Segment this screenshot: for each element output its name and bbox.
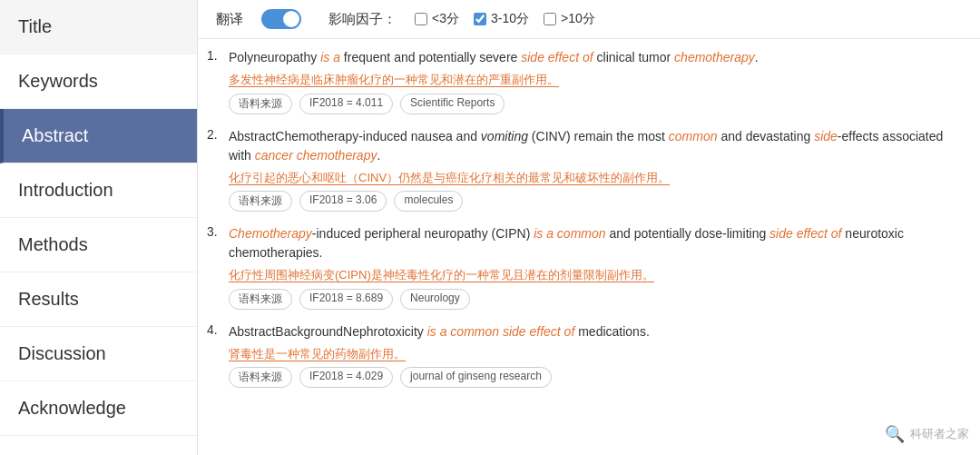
tag-2: Scientific Reports xyxy=(400,94,505,114)
main-content: 翻译 影响因子： <3分 3-10分 >10分 1.Polyneuropathy… xyxy=(198,0,980,455)
entry-en-3: 3.Chemotherapy-induced peripheral neurop… xyxy=(207,224,962,262)
sidebar-item-discussion[interactable]: Discussion xyxy=(0,327,197,381)
entry-tags-1: 语料来源IF2018 = 4.011Scientific Reports xyxy=(229,94,962,114)
entry-zh-4: 肾毒性是一种常见的药物副作用。 xyxy=(229,345,962,363)
entry-zh-2: 化疗引起的恶心和呕吐（CINV）仍然是与癌症化疗相关的最常见和破坏性的副作用。 xyxy=(229,169,962,187)
entry-4: 4.AbstractBackgroundNephrotoxicity is a … xyxy=(207,322,962,389)
tag-1: IF2018 = 8.689 xyxy=(299,289,393,310)
filter-lt3-checkbox[interactable] xyxy=(415,13,427,25)
filter-group: <3分 3-10分 >10分 xyxy=(415,11,595,27)
influence-label: 影响因子： xyxy=(328,11,397,28)
content-area: 1.Polyneuropathy is a frequent and poten… xyxy=(198,39,980,455)
entry-en-text: Polyneuropathy is a frequent and potenti… xyxy=(229,48,759,67)
tag-2: journal of ginseng research xyxy=(400,367,552,388)
entry-zh-1: 多发性神经病是临床肿瘤化疗的一种常见和潜在的严重副作用。 xyxy=(229,71,962,89)
entry-1: 1.Polyneuropathy is a frequent and poten… xyxy=(207,48,962,114)
filter-lt3-label: <3分 xyxy=(432,11,459,27)
entry-num-label: 1. xyxy=(207,48,223,63)
entry-num-label: 2. xyxy=(207,127,223,142)
entry-zh-3: 化疗性周围神经病变(CIPN)是神经毒性化疗的一种常见且潜在的剂量限制副作用。 xyxy=(229,266,962,284)
entry-num-label: 3. xyxy=(207,224,223,239)
tag-1: IF2018 = 4.011 xyxy=(299,94,393,114)
sidebar: TitleKeywordsAbstractIntroductionMethods… xyxy=(0,0,198,455)
tag-0: 语料来源 xyxy=(229,367,292,388)
entry-en-1: 1.Polyneuropathy is a frequent and poten… xyxy=(207,48,962,67)
entry-2: 2.AbstractChemotherapy-induced nausea an… xyxy=(207,127,962,213)
tag-2: molecules xyxy=(394,191,463,212)
entry-num-label: 4. xyxy=(207,322,223,337)
tag-0: 语料来源 xyxy=(229,191,292,212)
tag-0: 语料来源 xyxy=(229,289,292,310)
tag-0: 语料来源 xyxy=(229,94,292,114)
translate-toggle[interactable] xyxy=(261,9,301,29)
filter-gt10[interactable]: >10分 xyxy=(544,11,595,27)
sidebar-item-keywords[interactable]: Keywords xyxy=(0,54,197,109)
filter-lt3[interactable]: <3分 xyxy=(415,11,459,27)
entry-3: 3.Chemotherapy-induced peripheral neurop… xyxy=(207,224,962,310)
sidebar-item-title[interactable]: Title xyxy=(0,0,197,54)
filter-3-10-label: 3-10分 xyxy=(491,11,529,27)
entry-en-text: AbstractChemotherapy-induced nausea and … xyxy=(229,127,962,165)
filter-gt10-checkbox[interactable] xyxy=(544,13,556,25)
sidebar-item-abstract[interactable]: Abstract xyxy=(0,109,197,163)
tag-1: IF2018 = 3.06 xyxy=(299,191,387,212)
filter-3-10[interactable]: 3-10分 xyxy=(474,11,529,27)
entry-en-2: 2.AbstractChemotherapy-induced nausea an… xyxy=(207,127,962,165)
tag-1: IF2018 = 4.029 xyxy=(299,367,393,388)
entry-en-4: 4.AbstractBackgroundNephrotoxicity is a … xyxy=(207,322,962,341)
toolbar: 翻译 影响因子： <3分 3-10分 >10分 xyxy=(198,0,980,39)
sidebar-item-methods[interactable]: Methods xyxy=(0,218,197,272)
entry-tags-2: 语料来源IF2018 = 3.06molecules xyxy=(229,191,962,212)
filter-gt10-label: >10分 xyxy=(561,11,595,27)
entry-tags-3: 语料来源IF2018 = 8.689Neurology xyxy=(229,289,962,310)
sidebar-item-introduction[interactable]: Introduction xyxy=(0,163,197,218)
filter-3-10-checkbox[interactable] xyxy=(474,13,486,25)
sidebar-item-results[interactable]: Results xyxy=(0,272,197,327)
entry-en-text: Chemotherapy-induced peripheral neuropat… xyxy=(229,224,962,262)
sidebar-item-acknowledge[interactable]: Acknowledge xyxy=(0,381,197,436)
tag-2: Neurology xyxy=(400,289,470,310)
translate-label: 翻译 xyxy=(216,11,243,28)
entry-tags-4: 语料来源IF2018 = 4.029journal of ginseng res… xyxy=(229,367,962,388)
entry-en-text: AbstractBackgroundNephrotoxicity is a co… xyxy=(229,322,650,341)
